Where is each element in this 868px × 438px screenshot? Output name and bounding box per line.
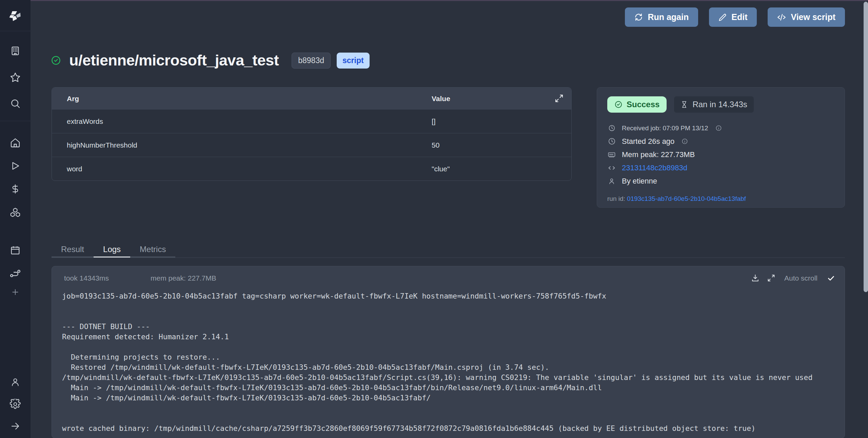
sidebar-item-account[interactable] (0, 375, 31, 389)
table-row: word "clue" (52, 157, 571, 180)
clock-icon (607, 125, 616, 132)
pinwheel-icon (8, 9, 22, 23)
user-icon (607, 177, 616, 185)
sidebar-expand[interactable] (0, 419, 31, 434)
info-icon[interactable] (682, 138, 688, 145)
boxes-icon (10, 207, 21, 218)
code-icon (777, 13, 786, 22)
log-actions: Auto scroll (751, 274, 835, 282)
edit-label: Edit (731, 12, 747, 22)
user-icon (10, 377, 20, 387)
sidebar-item-variables[interactable] (0, 182, 31, 196)
log-took: took 14343ms (64, 274, 151, 282)
refresh-icon (634, 13, 643, 21)
job-run-page: Run again Edit View script u/etienne/mic… (0, 0, 868, 438)
log-panel: took 14343ms mem peak: 227.7MB Auto scro… (52, 266, 845, 438)
mem-peak-label: Mem peak: 227.73MB (622, 150, 695, 159)
table-row: highNumberThreshold 50 (52, 133, 571, 157)
arg-value: [] (432, 117, 436, 126)
args-table: Arg Value extraWords [] highNumberThresh… (52, 87, 572, 181)
received-label: Received job: 07:09 PM 13/12 (622, 125, 708, 132)
received-row: Received job: 07:09 PM 13/12 (607, 121, 834, 135)
sidebar-item-workers[interactable] (0, 266, 31, 281)
sidebar-item-favorites[interactable] (0, 70, 31, 85)
clock-icon (607, 137, 616, 145)
route-icon (9, 268, 21, 279)
sidebar-item-add[interactable] (0, 285, 31, 300)
arg-value: "clue" (432, 165, 450, 173)
tab-logs[interactable]: Logs (94, 242, 130, 258)
title-row: u/etienne/microsoft_java_test b8983d scr… (51, 52, 370, 69)
auto-scroll-label: Auto scroll (784, 274, 817, 282)
download-icon (751, 274, 760, 282)
sidebar-item-schedules[interactable] (0, 243, 31, 258)
dollar-icon (10, 184, 20, 194)
code-icon (607, 164, 616, 172)
arg-name: highNumberThreshold (52, 141, 432, 149)
log-mem-peak: mem peak: 227.7MB (151, 274, 216, 282)
sidebar-item-runs[interactable] (0, 158, 31, 173)
log-header: took 14343ms mem peak: 227.7MB Auto scro… (52, 266, 845, 282)
calendar-icon (10, 245, 21, 256)
expand-icon (767, 274, 775, 282)
script-hash-row: 23131148c2b8983d (607, 161, 834, 174)
page-title: u/etienne/microsoft_java_test (69, 52, 279, 69)
auto-scroll-checkbox[interactable] (827, 274, 835, 282)
expand-args-button[interactable] (554, 94, 564, 105)
sidebar-item-home[interactable] (0, 135, 31, 150)
status-label: Success (627, 100, 659, 109)
script-hash-link[interactable]: 23131148c2b8983d (622, 164, 687, 172)
success-check-icon (51, 55, 61, 65)
arrow-right-icon (10, 421, 20, 431)
sidebar-item-search[interactable] (0, 96, 31, 111)
mem-peak-row: Mem peak: 227.73MB (607, 148, 834, 161)
expand-log-button[interactable] (767, 274, 775, 282)
table-row: extraWords [] (52, 110, 571, 133)
view-script-label: View script (791, 12, 835, 22)
hourglass-icon (680, 101, 688, 108)
view-script-button[interactable]: View script (768, 7, 845, 27)
download-log-button[interactable] (751, 274, 760, 282)
checkmark-icon (827, 274, 835, 282)
run-id-link[interactable]: 0193c135-ab7d-60e5-2b10-04b5ac13fabf (627, 195, 746, 202)
memory-icon (607, 151, 616, 159)
script-type-badge[interactable]: script (337, 53, 370, 69)
by-user-row: By etienne (607, 174, 834, 188)
started-label: Started 26s ago (622, 137, 674, 146)
run-id-label: run id: (607, 195, 627, 202)
edit-button[interactable]: Edit (709, 7, 757, 27)
gear-icon (10, 399, 21, 410)
tabs-baseline (52, 258, 845, 258)
tab-result[interactable]: Result (52, 242, 94, 258)
sidebar-item-settings[interactable] (0, 397, 31, 412)
hash-badge: b8983d (292, 53, 331, 69)
page-scrollbar[interactable] (864, 2, 868, 292)
run-again-button[interactable]: Run again (625, 7, 698, 27)
run-id-row: run id: 0193c135-ab7d-60e5-2b10-04b5ac13… (607, 195, 834, 203)
arg-name: word (52, 165, 432, 173)
arg-name: extraWords (52, 117, 432, 126)
windmill-logo-icon[interactable] (0, 9, 31, 23)
building-icon (10, 45, 21, 56)
sidebar-item-resources[interactable] (0, 205, 31, 220)
tab-metrics[interactable]: Metrics (130, 242, 175, 258)
info-rows: Received job: 07:09 PM 13/12 Started 26s… (607, 121, 834, 188)
info-icon[interactable] (715, 125, 722, 131)
args-table-header: Arg Value (52, 88, 571, 110)
sidebar-item-workspace[interactable] (0, 43, 31, 58)
log-output[interactable]: job=0193c135-ab7d-60e5-2b10-04b5ac13fabf… (62, 291, 845, 434)
toolbar: Run again Edit View script (625, 7, 845, 27)
check-circle-icon (614, 100, 623, 109)
by-user-label: By etienne (622, 177, 657, 186)
sidebar-divider (0, 31, 31, 31)
run-again-label: Run again (648, 12, 689, 22)
expand-icon (554, 94, 564, 103)
value-column-header: Value (432, 95, 450, 103)
sidebar-divider (0, 121, 31, 121)
duration-chip: Ran in 14.343s (674, 96, 753, 113)
arg-column-header: Arg (52, 95, 432, 103)
plus-icon (11, 288, 20, 297)
duration-label: Ran in 14.343s (692, 100, 747, 109)
started-row: Started 26s ago (607, 135, 834, 148)
home-icon (10, 137, 21, 148)
